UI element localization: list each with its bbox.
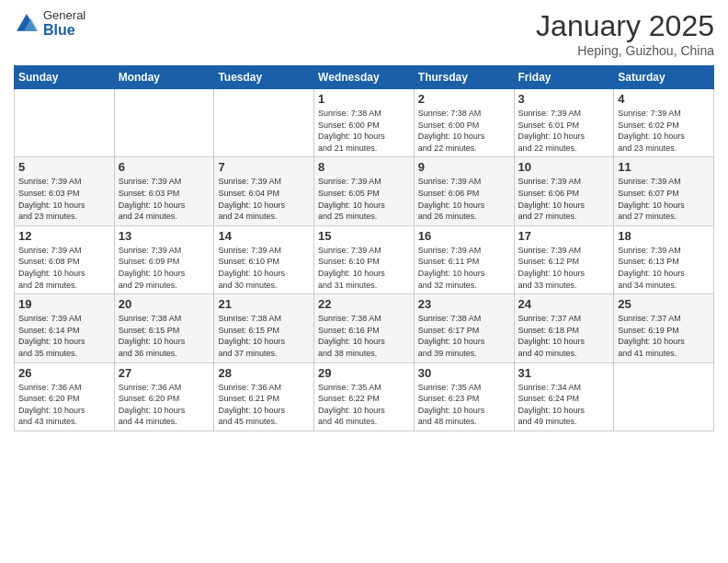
calendar-cell: 16Sunrise: 7:39 AM Sunset: 6:11 PM Dayli…: [414, 225, 514, 293]
calendar-title: January 2025: [536, 9, 714, 43]
day-info: Sunrise: 7:38 AM Sunset: 6:15 PM Dayligh…: [119, 313, 210, 359]
calendar-cell: 13Sunrise: 7:39 AM Sunset: 6:09 PM Dayli…: [114, 225, 214, 293]
title-block: January 2025 Heping, Guizhou, China: [536, 9, 714, 58]
day-number: 8: [318, 160, 410, 174]
day-info: Sunrise: 7:38 AM Sunset: 6:15 PM Dayligh…: [218, 313, 310, 359]
calendar-cell: 22Sunrise: 7:38 AM Sunset: 6:16 PM Dayli…: [314, 294, 415, 362]
day-number: 13: [119, 229, 210, 243]
day-number: 20: [119, 297, 210, 311]
day-number: 15: [318, 229, 410, 243]
calendar-cell: 11Sunrise: 7:39 AM Sunset: 6:07 PM Dayli…: [614, 157, 714, 225]
calendar-cell: 30Sunrise: 7:35 AM Sunset: 6:23 PM Dayli…: [414, 362, 514, 431]
calendar-cell: 29Sunrise: 7:35 AM Sunset: 6:22 PM Dayli…: [314, 362, 415, 431]
calendar-cell: [214, 89, 314, 157]
day-info: Sunrise: 7:36 AM Sunset: 6:20 PM Dayligh…: [18, 382, 110, 428]
day-number: 29: [318, 366, 410, 380]
calendar-cell: [15, 89, 115, 157]
calendar-week-row: 5Sunrise: 7:39 AM Sunset: 6:03 PM Daylig…: [15, 157, 714, 225]
day-info: Sunrise: 7:39 AM Sunset: 6:06 PM Dayligh…: [418, 176, 510, 222]
day-number: 4: [618, 92, 710, 106]
calendar-dow-friday: Friday: [514, 66, 614, 89]
day-number: 31: [518, 366, 610, 380]
calendar-cell: 9Sunrise: 7:39 AM Sunset: 6:06 PM Daylig…: [414, 157, 514, 225]
day-number: 12: [18, 229, 110, 243]
calendar-cell: [614, 362, 714, 431]
day-number: 22: [318, 297, 410, 311]
day-number: 3: [518, 92, 610, 106]
calendar-cell: 12Sunrise: 7:39 AM Sunset: 6:08 PM Dayli…: [15, 225, 115, 293]
day-info: Sunrise: 7:39 AM Sunset: 6:13 PM Dayligh…: [618, 245, 710, 291]
day-info: Sunrise: 7:36 AM Sunset: 6:21 PM Dayligh…: [218, 382, 310, 428]
calendar-cell: 31Sunrise: 7:34 AM Sunset: 6:24 PM Dayli…: [514, 362, 614, 431]
calendar-cell: 19Sunrise: 7:39 AM Sunset: 6:14 PM Dayli…: [15, 294, 115, 362]
day-number: 30: [418, 366, 510, 380]
day-info: Sunrise: 7:37 AM Sunset: 6:19 PM Dayligh…: [618, 313, 710, 359]
logo-icon: [14, 11, 40, 37]
day-number: 5: [18, 160, 110, 174]
day-info: Sunrise: 7:39 AM Sunset: 6:09 PM Dayligh…: [119, 245, 210, 291]
calendar-cell: 18Sunrise: 7:39 AM Sunset: 6:13 PM Dayli…: [614, 225, 714, 293]
calendar-week-row: 26Sunrise: 7:36 AM Sunset: 6:20 PM Dayli…: [15, 362, 714, 431]
day-number: 11: [618, 160, 710, 174]
calendar-cell: 6Sunrise: 7:39 AM Sunset: 6:03 PM Daylig…: [114, 157, 214, 225]
calendar-cell: 1Sunrise: 7:38 AM Sunset: 6:00 PM Daylig…: [314, 89, 415, 157]
day-number: 17: [518, 229, 610, 243]
day-number: 25: [618, 297, 710, 311]
day-info: Sunrise: 7:39 AM Sunset: 6:05 PM Dayligh…: [318, 176, 410, 222]
day-info: Sunrise: 7:39 AM Sunset: 6:02 PM Dayligh…: [618, 108, 710, 154]
day-info: Sunrise: 7:36 AM Sunset: 6:20 PM Dayligh…: [119, 382, 210, 428]
calendar-subtitle: Heping, Guizhou, China: [536, 43, 714, 58]
day-number: 1: [318, 92, 410, 106]
logo-general-text: General: [43, 9, 85, 22]
calendar-cell: 20Sunrise: 7:38 AM Sunset: 6:15 PM Dayli…: [114, 294, 214, 362]
calendar-dow-sunday: Sunday: [15, 66, 115, 89]
day-number: 21: [218, 297, 310, 311]
day-number: 19: [18, 297, 110, 311]
day-number: 18: [618, 229, 710, 243]
calendar-cell: 25Sunrise: 7:37 AM Sunset: 6:19 PM Dayli…: [614, 294, 714, 362]
day-number: 23: [418, 297, 510, 311]
logo: General Blue: [14, 9, 85, 39]
calendar-week-row: 1Sunrise: 7:38 AM Sunset: 6:00 PM Daylig…: [15, 89, 714, 157]
day-info: Sunrise: 7:39 AM Sunset: 6:03 PM Dayligh…: [18, 176, 110, 222]
logo-blue-text: Blue: [43, 22, 85, 39]
calendar-dow-monday: Monday: [114, 66, 214, 89]
calendar-cell: 8Sunrise: 7:39 AM Sunset: 6:05 PM Daylig…: [314, 157, 415, 225]
day-info: Sunrise: 7:39 AM Sunset: 6:07 PM Dayligh…: [618, 176, 710, 222]
day-info: Sunrise: 7:39 AM Sunset: 6:06 PM Dayligh…: [518, 176, 610, 222]
calendar-dow-tuesday: Tuesday: [214, 66, 314, 89]
calendar-cell: 24Sunrise: 7:37 AM Sunset: 6:18 PM Dayli…: [514, 294, 614, 362]
calendar-cell: 28Sunrise: 7:36 AM Sunset: 6:21 PM Dayli…: [214, 362, 314, 431]
calendar-dow-saturday: Saturday: [614, 66, 714, 89]
day-info: Sunrise: 7:34 AM Sunset: 6:24 PM Dayligh…: [518, 382, 610, 428]
calendar-cell: 15Sunrise: 7:39 AM Sunset: 6:10 PM Dayli…: [314, 225, 415, 293]
calendar-cell: 23Sunrise: 7:38 AM Sunset: 6:17 PM Dayli…: [414, 294, 514, 362]
day-info: Sunrise: 7:38 AM Sunset: 6:00 PM Dayligh…: [418, 108, 510, 154]
day-info: Sunrise: 7:39 AM Sunset: 6:01 PM Dayligh…: [518, 108, 610, 154]
calendar-cell: 10Sunrise: 7:39 AM Sunset: 6:06 PM Dayli…: [514, 157, 614, 225]
day-info: Sunrise: 7:35 AM Sunset: 6:22 PM Dayligh…: [318, 382, 410, 428]
day-info: Sunrise: 7:39 AM Sunset: 6:14 PM Dayligh…: [18, 313, 110, 359]
day-number: 26: [18, 366, 110, 380]
day-number: 28: [218, 366, 310, 380]
day-number: 16: [418, 229, 510, 243]
calendar-week-row: 12Sunrise: 7:39 AM Sunset: 6:08 PM Dayli…: [15, 225, 714, 293]
day-info: Sunrise: 7:38 AM Sunset: 6:16 PM Dayligh…: [318, 313, 410, 359]
calendar-cell: 7Sunrise: 7:39 AM Sunset: 6:04 PM Daylig…: [214, 157, 314, 225]
day-number: 6: [119, 160, 210, 174]
day-number: 9: [418, 160, 510, 174]
calendar-cell: 26Sunrise: 7:36 AM Sunset: 6:20 PM Dayli…: [15, 362, 115, 431]
calendar-cell: 2Sunrise: 7:38 AM Sunset: 6:00 PM Daylig…: [414, 89, 514, 157]
day-info: Sunrise: 7:39 AM Sunset: 6:11 PM Dayligh…: [418, 245, 510, 291]
calendar-cell: 4Sunrise: 7:39 AM Sunset: 6:02 PM Daylig…: [614, 89, 714, 157]
logo-text: General Blue: [43, 9, 85, 39]
calendar-dow-wednesday: Wednesday: [314, 66, 415, 89]
day-info: Sunrise: 7:39 AM Sunset: 6:12 PM Dayligh…: [518, 245, 610, 291]
day-info: Sunrise: 7:38 AM Sunset: 6:17 PM Dayligh…: [418, 313, 510, 359]
day-number: 14: [218, 229, 310, 243]
day-info: Sunrise: 7:39 AM Sunset: 6:08 PM Dayligh…: [18, 245, 110, 291]
calendar-cell: [114, 89, 214, 157]
day-number: 24: [518, 297, 610, 311]
header: General Blue January 2025 Heping, Guizho…: [14, 9, 714, 58]
day-info: Sunrise: 7:39 AM Sunset: 6:10 PM Dayligh…: [218, 245, 310, 291]
